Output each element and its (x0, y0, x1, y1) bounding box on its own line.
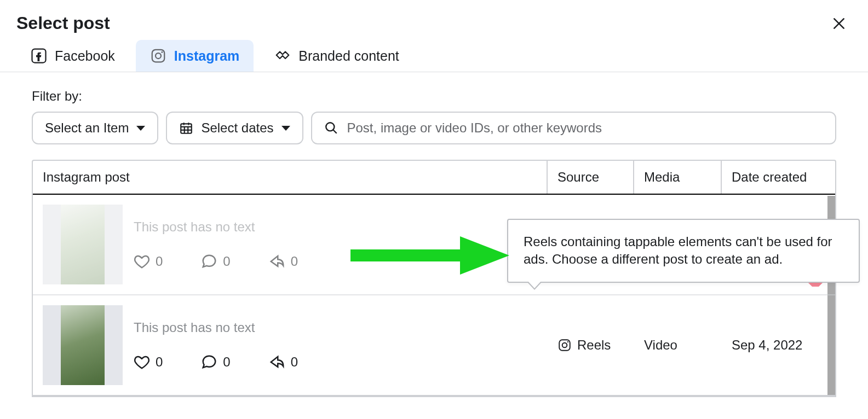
svg-rect-7 (181, 124, 192, 133)
filter-by-label: Filter by: (32, 89, 836, 104)
cell-date: Sep 4, 2022 (722, 295, 835, 395)
comments-stat: 0 (201, 354, 230, 370)
dialog-title: Select post (16, 13, 110, 33)
search-icon (324, 121, 338, 135)
svg-marker-14 (281, 126, 290, 131)
handshake-icon (274, 48, 291, 64)
shares-stat: 0 (269, 354, 298, 370)
likes-stat: 0 (134, 354, 163, 370)
close-button[interactable] (830, 14, 848, 33)
col-header-source: Source (548, 161, 634, 194)
search-box[interactable] (311, 112, 836, 144)
tab-label: Instagram (174, 48, 239, 64)
likes-stat: 0 (134, 253, 163, 270)
tab-branded-content[interactable]: Branded content (260, 40, 413, 72)
comment-icon (201, 253, 217, 270)
comment-icon (201, 354, 217, 370)
share-icon (269, 354, 285, 370)
table-row[interactable]: This post has no text 0 0 0 (33, 295, 835, 396)
post-text-placeholder: This post has no text (134, 320, 298, 335)
instagram-icon (557, 338, 572, 352)
svg-point-21 (567, 341, 568, 342)
svg-point-4 (156, 53, 161, 59)
error-tooltip: Reels containing tappable elements can't… (507, 219, 860, 283)
svg-marker-23 (460, 236, 509, 275)
svg-rect-19 (559, 340, 570, 351)
cell-source: Reels (548, 295, 634, 395)
dropdown-label: Select an Item (45, 120, 129, 136)
col-header-media: Media (634, 161, 722, 194)
svg-point-20 (562, 343, 567, 348)
annotation-arrow (350, 236, 509, 275)
heart-icon (134, 354, 150, 370)
calendar-icon (179, 121, 193, 135)
svg-line-16 (333, 130, 337, 133)
post-thumbnail (43, 205, 123, 284)
svg-marker-6 (136, 126, 145, 131)
heart-icon (134, 253, 150, 270)
facebook-icon (31, 48, 47, 64)
post-text-placeholder: This post has no text (134, 219, 298, 235)
svg-point-15 (326, 123, 334, 131)
dropdown-label: Select dates (201, 120, 273, 136)
select-dates-dropdown[interactable]: Select dates (166, 112, 303, 144)
cell-media: Video (634, 295, 722, 395)
arrow-right-icon (350, 236, 509, 275)
comments-stat: 0 (201, 253, 230, 270)
close-icon (832, 16, 846, 31)
share-icon (269, 253, 285, 270)
select-item-dropdown[interactable]: Select an Item (32, 112, 158, 144)
chevron-down-icon (136, 125, 145, 131)
col-header-post: Instagram post (33, 161, 548, 194)
svg-point-5 (161, 51, 163, 53)
tab-label: Branded content (298, 48, 399, 64)
col-header-date: Date created (722, 161, 835, 194)
post-thumbnail (43, 305, 123, 385)
tab-instagram[interactable]: Instagram (136, 40, 254, 72)
tabs-bar: Facebook Instagram Branded content (0, 40, 868, 72)
chevron-down-icon (281, 125, 290, 131)
tab-facebook[interactable]: Facebook (16, 40, 129, 72)
search-input[interactable] (347, 120, 823, 136)
svg-rect-22 (350, 249, 465, 261)
table-header: Instagram post Source Media Date created (33, 161, 835, 195)
shares-stat: 0 (269, 253, 298, 270)
instagram-icon (150, 48, 166, 64)
tab-label: Facebook (55, 48, 115, 64)
